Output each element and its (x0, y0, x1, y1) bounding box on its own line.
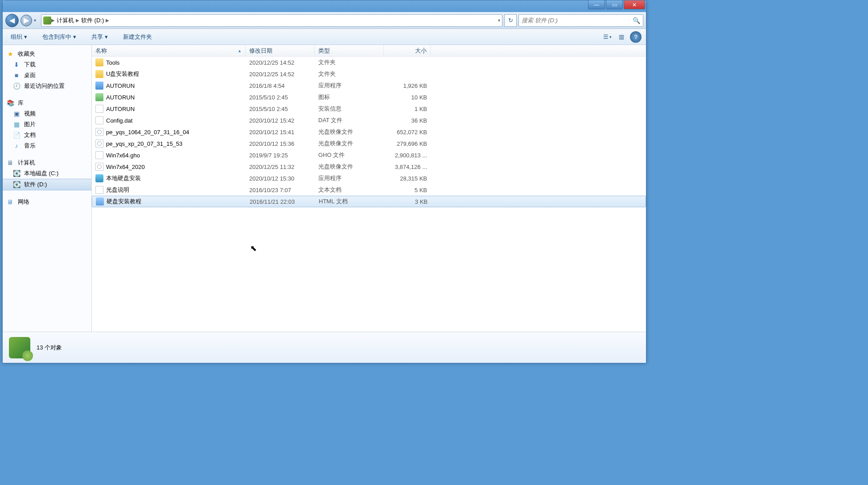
sidebar-item-icon: 💽 (12, 169, 21, 177)
chevron-right-icon: ▶ (51, 18, 55, 23)
search-input[interactable] (522, 17, 633, 24)
file-row[interactable]: 硬盘安装教程2016/11/21 22:03HTML 文档3 KB (92, 196, 646, 207)
column-name[interactable]: 名称▲ (92, 45, 246, 56)
file-type: 应用程序 (315, 82, 384, 90)
network-icon: 🖥 (6, 198, 14, 206)
file-row[interactable]: pe_yqs_xp_20_07_31_15_532020/10/12 15:36… (92, 138, 646, 149)
folder-icon (95, 58, 103, 66)
sidebar-item-label: 桌面 (24, 71, 36, 79)
file-row[interactable]: AUTORUN2015/5/10 2:45安装信息1 KB (92, 103, 646, 115)
chevron-down-icon[interactable]: ▾ (498, 18, 500, 23)
ico-icon (95, 93, 103, 101)
file-date: 2019/9/7 19:25 (246, 152, 315, 159)
status-bar: 13 个对象 (3, 332, 646, 363)
file-size: 36 KB (384, 117, 431, 124)
file-row[interactable]: AUTORUN2015/5/10 2:45图标10 KB (92, 91, 646, 103)
sidebar-item-icon: ■ (12, 71, 21, 79)
toolbar: 组织▾ 包含到库中▾ 共享▾ 新建文件夹 ☰▾ ▥ ? (3, 29, 646, 45)
sidebar-favorites-header[interactable]: ★收藏夹 (3, 49, 91, 59)
app-icon (95, 174, 103, 182)
column-date[interactable]: 修改日期 (246, 45, 315, 56)
file-row[interactable]: AUTORUN2016/1/8 4:54应用程序1,926 KB (92, 80, 646, 91)
sidebar-item[interactable]: 💽软件 (D:) (3, 179, 91, 190)
share-button[interactable]: 共享▾ (88, 31, 111, 43)
file-date: 2016/11/21 22:03 (246, 198, 315, 205)
sidebar-item-label: 音乐 (24, 142, 36, 150)
file-size: 1 KB (384, 106, 431, 112)
file-row[interactable]: Tools2020/12/25 14:52文件夹 (92, 57, 646, 68)
file-row[interactable]: Win7x64.gho2019/9/7 19:25GHO 文件2,900,813… (92, 149, 646, 161)
back-button[interactable]: ◀ (5, 14, 19, 27)
file-date: 2020/12/25 11:32 (246, 164, 315, 170)
file-type: 文件夹 (315, 58, 384, 66)
file-name: 硬盘安装教程 (107, 197, 141, 206)
preview-pane-button[interactable]: ▥ (616, 31, 627, 43)
file-row[interactable]: U盘安装教程2020/12/25 14:52文件夹 (92, 68, 646, 80)
file-name: Win7x64.gho (106, 152, 140, 159)
file-name: Tools (106, 59, 119, 66)
search-icon: 🔍 (633, 17, 640, 24)
file-name: AUTORUN (106, 106, 135, 112)
titlebar: — ▭ ✕ (3, 0, 646, 12)
file-size: 5 KB (384, 187, 431, 193)
sidebar-item-label: 本地磁盘 (C:) (24, 169, 58, 177)
file-icon (95, 116, 103, 124)
sidebar-libraries-header[interactable]: 📚库 (3, 98, 91, 108)
sidebar-computer-header[interactable]: 🖥计算机 (3, 157, 91, 168)
view-button[interactable]: ☰▾ (601, 31, 613, 43)
include-library-button[interactable]: 包含到库中▾ (39, 31, 80, 43)
file-size: 2,900,813 ... (384, 152, 431, 159)
file-row[interactable]: pe_yqs_1064_20_07_31_16_042020/10/12 15:… (92, 126, 646, 138)
sidebar-item[interactable]: ■桌面 (3, 70, 91, 81)
file-size: 1,926 KB (384, 82, 431, 89)
maximize-button[interactable]: ▭ (606, 0, 623, 9)
sidebar-item-label: 视频 (24, 110, 36, 118)
sidebar-computer: 🖥计算机 💽本地磁盘 (C:)💽软件 (D:) (3, 157, 91, 190)
sidebar-item[interactable]: 💽本地磁盘 (C:) (3, 168, 91, 179)
breadcrumb-drive[interactable]: 软件 (D:) (79, 15, 106, 26)
sidebar-item[interactable]: 🕘最近访问的位置 (3, 81, 91, 91)
status-text: 13 个对象 (37, 344, 62, 352)
breadcrumb-computer[interactable]: 计算机 (55, 15, 76, 26)
forward-button[interactable]: ▶ (21, 15, 32, 26)
organize-button[interactable]: 组织▾ (7, 31, 31, 43)
file-row[interactable]: 光盘说明2016/10/23 7:07文本文档5 KB (92, 184, 646, 196)
file-name: U盘安装教程 (106, 70, 139, 78)
sidebar-item[interactable]: 📄文档 (3, 130, 91, 140)
chevron-down-icon: ▾ (73, 33, 76, 40)
column-size[interactable]: 大小 (384, 45, 431, 56)
minimize-button[interactable]: — (588, 0, 605, 9)
file-date: 2015/5/10 2:45 (246, 94, 315, 101)
file-row[interactable]: Win7x64_20202020/12/25 11:32光盘映像文件3,874,… (92, 161, 646, 173)
sidebar-item-label: 文档 (24, 131, 36, 139)
file-name: Config.dat (106, 117, 132, 124)
file-date: 2020/10/12 15:41 (246, 129, 315, 136)
library-icon: 📚 (6, 99, 14, 107)
history-dropdown[interactable]: ▾ (34, 18, 39, 23)
file-row[interactable]: 本地硬盘安装2020/10/12 15:30应用程序28,315 KB (92, 173, 646, 184)
chevron-right-icon: ▶ (106, 18, 109, 23)
file-date: 2020/12/25 14:52 (246, 59, 315, 66)
file-type: 安装信息 (315, 105, 384, 113)
search-box[interactable]: 🔍 (518, 14, 643, 27)
file-row[interactable]: Config.dat2020/10/12 15:42DAT 文件36 KB (92, 115, 646, 126)
help-button[interactable]: ? (630, 31, 642, 43)
sidebar-item[interactable]: ⬇下载 (3, 59, 91, 70)
sidebar-network-header[interactable]: 🖥网络 (3, 197, 91, 207)
chevron-down-icon: ▾ (609, 35, 612, 39)
nav-row: ◀ ▶ ▾ ▶ 计算机 ▶ 软件 (D:) ▶ ▾ ↻ 🔍 (3, 12, 646, 29)
column-type[interactable]: 类型 (315, 45, 384, 56)
sidebar-item[interactable]: ▣视频 (3, 108, 91, 119)
file-size: 279,696 KB (384, 140, 431, 147)
sidebar-item-icon: ♪ (12, 142, 21, 150)
sidebar-item[interactable]: ▦图片 (3, 119, 91, 130)
sidebar-item-icon: ⬇ (12, 61, 21, 69)
cursor-icon: ⬉ (250, 243, 257, 253)
iso-icon (95, 128, 103, 136)
new-folder-button[interactable]: 新建文件夹 (119, 31, 156, 43)
sidebar-item[interactable]: ♪音乐 (3, 140, 91, 151)
address-bar[interactable]: ▶ 计算机 ▶ 软件 (D:) ▶ ▾ (41, 14, 502, 27)
close-button[interactable]: ✕ (624, 0, 645, 9)
refresh-button[interactable]: ↻ (504, 14, 517, 27)
file-icon (95, 151, 103, 159)
